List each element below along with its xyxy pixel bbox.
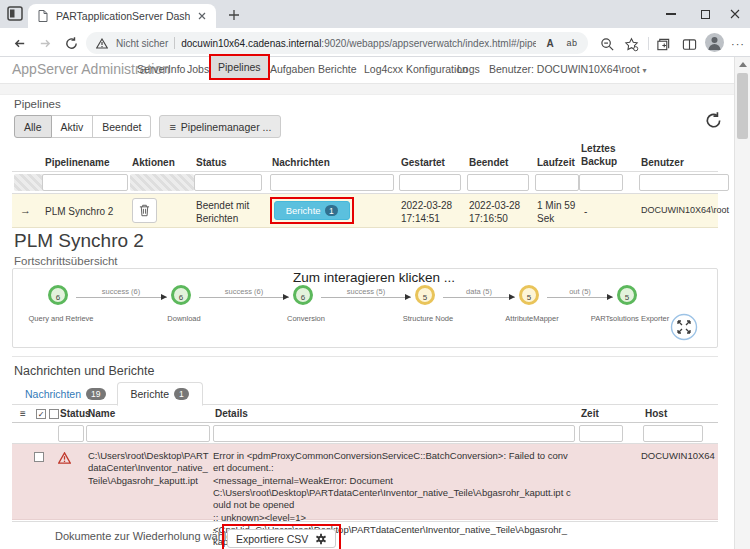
filter-gestartet-input[interactable] xyxy=(399,174,461,191)
message-row[interactable]: C:\Users\root\Desktop\PARTdataCenter\Inv… xyxy=(12,444,718,520)
filter-beendet-button[interactable]: Beendet xyxy=(93,115,151,138)
refresh-icon[interactable] xyxy=(62,34,80,52)
browser-tab[interactable]: PARTapplicationServer Dashboa xyxy=(28,4,216,28)
nav-log4cxx[interactable]: Log4cxx Konfiguration xyxy=(364,63,468,75)
nav-aufgaben[interactable]: Aufgaben xyxy=(270,63,315,75)
nav-user-label: Benutzer: DOCUWIN10X64\root xyxy=(489,63,640,75)
filter-name-input[interactable] xyxy=(86,425,210,442)
export-csv-button[interactable]: Exportiere CSV xyxy=(227,529,336,548)
back-icon[interactable] xyxy=(10,34,28,52)
nav-user-menu[interactable]: Benutzer: DOCUWIN10X64\root ▾ xyxy=(489,63,647,75)
messages-section-title: Nachrichten und Berichte xyxy=(14,364,154,378)
filter-nachrichten-input[interactable] xyxy=(270,174,394,191)
export-csv-label: Exportiere CSV xyxy=(236,533,308,545)
edge-line xyxy=(443,297,515,298)
tab-nachrichten[interactable]: Nachrichten19 xyxy=(14,383,117,405)
list-icon: ≡ xyxy=(169,121,175,133)
window-minimize-button[interactable] xyxy=(656,0,686,28)
profile-avatar[interactable] xyxy=(705,33,724,52)
pipeline-node-download[interactable]: 6 xyxy=(171,285,191,305)
pipeline-node-conversion[interactable]: 6 xyxy=(293,285,313,305)
berichte-badge: 1 xyxy=(325,205,339,216)
tab-berichte-label: Berichte xyxy=(131,388,170,400)
pipeline-gestartet: 2022-03-28 17:14:51 xyxy=(401,199,459,225)
browser-tab-strip: PARTapplicationServer Dashboa xyxy=(0,0,750,28)
expand-diagram-button[interactable] xyxy=(670,313,698,341)
window-maximize-button[interactable] xyxy=(690,0,720,28)
tab-close-icon[interactable] xyxy=(195,9,209,23)
filter-backup-input[interactable] xyxy=(579,174,623,191)
pipelinemanager-button[interactable]: ≡Pipelinemanager ... xyxy=(159,115,281,138)
pipeline-node-attributemapper[interactable]: 5 xyxy=(519,285,539,305)
filter-details-input[interactable] xyxy=(213,425,575,442)
retry-hint-label: Dokumente zur Wiederholung wählen xyxy=(55,530,238,542)
col-status: Status xyxy=(196,157,227,168)
filter-alle-button[interactable]: Alle xyxy=(14,115,52,138)
pipeline-node-partsolutions-exporter[interactable]: 5 xyxy=(617,285,637,305)
col-beendet: Beendet xyxy=(469,157,508,168)
pipeline-node-query-and-retrieve[interactable]: 6 xyxy=(48,285,68,305)
url-text: docuwin10x64.cadenas.internal:9020/webap… xyxy=(181,38,536,49)
node-label: AttributeMapper xyxy=(477,314,587,323)
url-host: docuwin10x64.cadenas.internal xyxy=(181,38,321,49)
filter-pipelinename-input[interactable] xyxy=(42,174,128,191)
new-tab-button[interactable] xyxy=(226,7,242,23)
delete-pipeline-button[interactable] xyxy=(132,198,157,223)
translate-icon[interactable]: ab xyxy=(564,35,580,51)
pipeline-benutzer: DOCUWIN10X64\root xyxy=(641,205,729,217)
nav-jobs[interactable]: Jobs xyxy=(187,63,209,75)
edge-label: out (5) xyxy=(545,287,615,296)
read-aloud-icon[interactable]: A xyxy=(542,35,558,51)
filter-aktiv-button[interactable]: Aktiv xyxy=(52,115,94,138)
split-screen-icon[interactable] xyxy=(680,35,698,53)
row-checkbox[interactable] xyxy=(34,452,44,462)
col-name: Name xyxy=(88,408,115,419)
scroll-up-arrow-icon[interactable] xyxy=(739,62,747,67)
tab-actions-icon[interactable] xyxy=(7,6,24,22)
col-pipelinename: Pipelinename xyxy=(45,157,109,168)
edge-arrowhead xyxy=(161,294,167,300)
nav-serverinfo[interactable]: ServerInfo xyxy=(137,63,185,75)
not-secure-label: Nicht sicher xyxy=(116,38,168,49)
nav-pipelines[interactable]: Pipelines xyxy=(218,61,261,73)
more-options-icon[interactable]: ··· xyxy=(729,35,747,53)
select-none-checkbox-icon[interactable] xyxy=(49,409,59,419)
tab-berichte-badge: 1 xyxy=(174,388,189,400)
vertical-scrollbar[interactable] xyxy=(734,57,750,549)
toolbar-divider xyxy=(648,37,649,50)
nav-pipelines-annotation: Pipelines xyxy=(209,54,270,80)
nav-berichte[interactable]: Berichte xyxy=(318,63,357,75)
collections-icon[interactable] xyxy=(654,35,672,53)
pipeline-beendet: 2022-03-28 17:16:50 xyxy=(469,199,527,225)
forward-icon[interactable] xyxy=(36,34,54,52)
pipeline-row[interactable]: → PLM Synchro 2 Beendet mit Berichten Be… xyxy=(12,194,718,228)
node-label: Download xyxy=(129,314,239,323)
menu-icon[interactable]: ≡ xyxy=(20,408,26,419)
edge-label: success (6) xyxy=(209,287,279,296)
filter-host-input[interactable] xyxy=(643,425,703,442)
favorites-icon[interactable] xyxy=(622,35,640,53)
expand-icon xyxy=(670,313,698,341)
select-all-checkbox-icon[interactable]: ✓ xyxy=(36,409,46,419)
trash-icon xyxy=(139,204,150,217)
pipeline-diagram[interactable]: Zum interagieren klicken ... success (6)… xyxy=(12,268,718,348)
tab-title: PARTapplicationServer Dashboa xyxy=(56,10,190,22)
filter-beendet-input[interactable] xyxy=(467,174,529,191)
pipelines-section-title: Pipelines xyxy=(14,98,61,110)
zoom-out-icon[interactable] xyxy=(598,35,616,53)
berichte-button[interactable]: Berichte1 xyxy=(274,201,350,220)
filter-status-input[interactable] xyxy=(194,174,262,191)
refresh-pipelines-icon[interactable] xyxy=(704,111,724,131)
filter-status-input[interactable] xyxy=(58,425,84,442)
filter-benutzer-input[interactable] xyxy=(639,174,729,191)
row-expand-arrow-icon[interactable]: → xyxy=(20,203,31,217)
address-bar[interactable]: Nicht sicher docuwin10x64.cadenas.intern… xyxy=(86,32,588,54)
filter-zeit-input[interactable] xyxy=(579,425,623,442)
window-close-button[interactable] xyxy=(720,0,750,28)
nav-logs[interactable]: Logs xyxy=(457,63,480,75)
tab-berichte[interactable]: Berichte1 xyxy=(117,382,203,406)
filter-laufzeit-input[interactable] xyxy=(535,174,579,191)
pipeline-node-structure-node[interactable]: 5 xyxy=(415,285,435,305)
scrollbar-thumb[interactable] xyxy=(737,73,748,139)
col-gestartet: Gestartet xyxy=(401,157,445,168)
